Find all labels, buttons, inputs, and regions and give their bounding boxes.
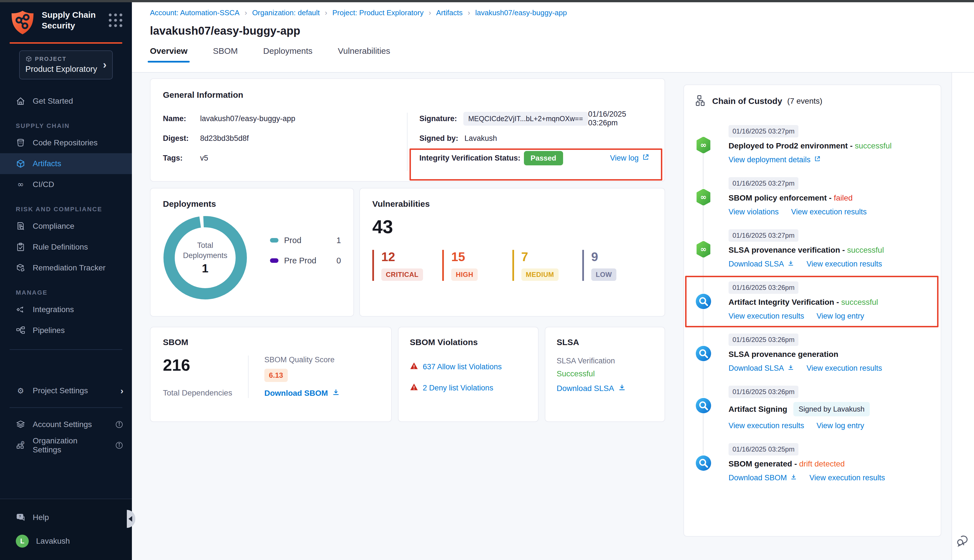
- vulnerabilities-title: Vulnerabilities: [372, 199, 652, 209]
- sidebar-item-pipelines[interactable]: Pipelines: [0, 320, 132, 341]
- integrations-icon: [16, 305, 25, 314]
- svg-text:⚙: ⚙: [20, 440, 25, 446]
- sidebar-item-organization-settings[interactable]: ⚙ Organization Settings: [0, 435, 132, 456]
- right-rail: [951, 73, 974, 560]
- medium-badge: MEDIUM: [521, 268, 559, 281]
- cd-module-icon: ∞: [695, 137, 712, 153]
- tab-overview[interactable]: Overview: [150, 46, 187, 63]
- view-execution-results-link[interactable]: View execution results: [791, 208, 867, 216]
- sidebar-header: Supply Chain Security PROJECT Product Ex…: [0, 0, 132, 80]
- vertical-divider: [248, 355, 249, 398]
- account-settings-layers-icon: [16, 420, 25, 429]
- rule-definitions-clipboard-icon: [16, 242, 25, 252]
- download-icon: [618, 383, 626, 393]
- view-log-entry-link[interactable]: View log entry: [816, 422, 864, 430]
- general-information-title: General Information: [163, 90, 652, 100]
- event-title: Artifact Integrity Verification: [729, 298, 834, 307]
- high-count: 15: [451, 250, 512, 264]
- module-grid-icon[interactable]: [109, 13, 122, 27]
- view-log-link[interactable]: View log: [610, 153, 652, 163]
- sidebar-item-artifacts[interactable]: Artifacts: [0, 153, 132, 174]
- event-title: Artifact Signing: [729, 405, 787, 414]
- download-icon: [787, 364, 794, 373]
- sidebar-item-label: Rule Definitions: [33, 243, 88, 252]
- avatar: L: [16, 535, 29, 548]
- sidebar-item-project-settings[interactable]: ⚙ Project Settings ›: [0, 380, 132, 401]
- tab-deployments[interactable]: Deployments: [263, 46, 312, 63]
- medium-count: 7: [521, 250, 582, 264]
- view-execution-results-link[interactable]: View execution results: [729, 312, 804, 320]
- critical-badge: CRITICAL: [381, 268, 423, 281]
- deny-list-violations-link[interactable]: 2 Deny list Violations: [410, 383, 527, 393]
- sidebar-item-get-started[interactable]: Get Started: [0, 91, 132, 112]
- breadcrumb-current[interactable]: lavakush07/easy-buggy-app: [475, 8, 567, 17]
- signed-by-badge: Signed by Lavakush: [793, 402, 869, 416]
- integrity-status-label: Integrity Verification Status:: [419, 154, 520, 163]
- download-slsa-label: Download SLSA: [557, 384, 614, 393]
- sidebar-item-label: Integrations: [33, 305, 74, 314]
- view-deployment-details-link[interactable]: View deployment details: [729, 155, 821, 164]
- brand-accent-bar: [10, 42, 122, 44]
- prod-swatch: [270, 238, 279, 243]
- slsa-verification-label: SLSA Verification: [557, 357, 653, 365]
- organization-settings-icon: ⚙: [16, 440, 25, 450]
- project-selector[interactable]: PROJECT Product Exploratory ›: [19, 50, 113, 80]
- allow-list-violations-link[interactable]: 637 Allow list Violations: [410, 362, 527, 372]
- svg-text:⚙: ⚙: [17, 386, 24, 395]
- name-label: Name:: [163, 114, 200, 123]
- deployments-card: Deployments TotalDeployments 1: [150, 188, 354, 317]
- download-sbom-link[interactable]: Download SBOM: [264, 388, 340, 398]
- sbom-violations-card: SBOM Violations 637 Allow list Violation…: [398, 327, 539, 422]
- project-label: PROJECT: [35, 56, 67, 62]
- slsa-title: SLSA: [557, 337, 653, 347]
- sidebar-item-help[interactable]: ? Help: [0, 507, 132, 528]
- breadcrumb-organization[interactable]: Organization: default: [252, 8, 320, 17]
- sidebar-item-rule-definitions[interactable]: Rule Definitions: [0, 237, 132, 257]
- sidebar-item-remediation-tracker[interactable]: Remediation Tracker: [0, 257, 132, 278]
- breadcrumb-artifacts[interactable]: Artifacts: [436, 8, 463, 17]
- donut-center-label: TotalDeployments: [183, 240, 227, 260]
- sidebar-item-label: Project Settings: [33, 386, 88, 395]
- breadcrumb-account[interactable]: Account: Automation-SSCA: [150, 8, 240, 17]
- event-timestamp: 01/16/2025 03:27pm: [729, 125, 799, 137]
- download-slsa-link[interactable]: Download SLSA: [557, 383, 653, 393]
- breadcrumb-separator: ›: [325, 8, 327, 17]
- view-execution-results-link[interactable]: View execution results: [729, 422, 804, 430]
- view-execution-results-link[interactable]: View execution results: [807, 260, 882, 268]
- compliance-document-icon: [16, 222, 25, 231]
- coc-event-slsa-provenance-verification: ∞ 01/16/2025 03:27pm SLSA provenance ver…: [695, 229, 929, 268]
- sidebar-item-cicd[interactable]: ∞ CI/CD: [0, 174, 132, 195]
- view-violations-link[interactable]: View violations: [729, 208, 779, 216]
- sidebar-item-account-settings[interactable]: Account Settings: [0, 414, 132, 435]
- digest-label: Digest:: [163, 134, 200, 143]
- view-log-entry-link[interactable]: View log entry: [816, 312, 864, 320]
- sbom-card: SBOM 216 Total Dependencies SBOM Quality…: [150, 327, 392, 422]
- event-timestamp: 01/16/2025 03:27pm: [729, 229, 799, 242]
- cd-module-icon: ∞: [695, 241, 712, 257]
- main-area: Account: Automation-SSCA › Organization:…: [132, 0, 974, 560]
- event-status: successful: [847, 246, 884, 255]
- legend-item-prod: Prod 1: [270, 230, 341, 250]
- view-execution-results-link[interactable]: View execution results: [807, 364, 882, 373]
- deployments-donut-chart: TotalDeployments 1: [163, 215, 247, 300]
- sidebar-item-code-repositories[interactable]: </> Code Repositories: [0, 132, 132, 153]
- sidebar-item-integrations[interactable]: Integrations: [0, 299, 132, 320]
- download-sbom-link[interactable]: Download SBOM: [729, 473, 797, 482]
- critical-count: 12: [381, 250, 442, 264]
- event-status: successful: [855, 142, 892, 150]
- download-slsa-link[interactable]: Download SLSA: [729, 364, 794, 373]
- sidebar-item-compliance[interactable]: Compliance: [0, 216, 132, 237]
- low-badge: LOW: [591, 268, 616, 281]
- view-execution-results-link[interactable]: View execution results: [809, 473, 885, 482]
- user-menu[interactable]: L Lavakush: [0, 531, 132, 552]
- tab-sbom[interactable]: SBOM: [213, 46, 238, 63]
- sidebar-item-label: Artifacts: [33, 159, 61, 168]
- event-status: failed: [834, 193, 852, 203]
- download-slsa-link[interactable]: Download SLSA: [729, 260, 794, 268]
- sbom-title: SBOM: [163, 337, 379, 347]
- tab-vulnerabilities[interactable]: Vulnerabilities: [338, 46, 390, 63]
- user-name: Lavakush: [36, 537, 70, 546]
- event-timestamp: 01/16/2025 03:25pm: [729, 443, 799, 455]
- breadcrumb-project[interactable]: Project: Product Exploratory: [332, 8, 424, 17]
- support-chat-icon[interactable]: [956, 533, 971, 548]
